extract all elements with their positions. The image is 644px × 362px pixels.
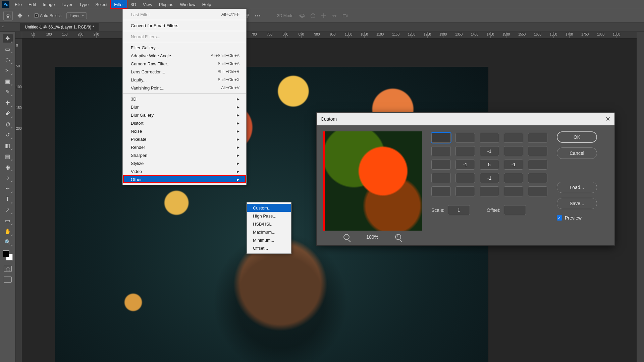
kernel-cell-1-0[interactable] <box>431 146 451 156</box>
menu-plugins[interactable]: Plugins <box>156 0 177 9</box>
menu-select[interactable]: Select <box>92 0 111 9</box>
menuitem-custom-[interactable]: Custom... <box>247 204 291 212</box>
screenmode-icon[interactable] <box>4 277 12 283</box>
menuitem-filter-gallery-[interactable]: Filter Gallery... <box>123 44 246 52</box>
slide-icon[interactable] <box>331 13 337 19</box>
blur-tool[interactable]: ◉ <box>3 163 13 171</box>
kernel-cell-2-4[interactable] <box>528 160 547 170</box>
color-swatch[interactable] <box>3 250 13 260</box>
dodge-tool[interactable]: ☼ <box>3 173 13 182</box>
kernel-cell-0-1[interactable] <box>455 133 475 143</box>
kernel-cell-1-1[interactable] <box>455 146 475 156</box>
zoom-tool[interactable]: 🔍 <box>3 238 13 246</box>
shape-tool[interactable]: ▭ <box>3 216 13 225</box>
menuitem-blur[interactable]: Blur▶ <box>123 103 246 111</box>
zoom-out-icon[interactable] <box>343 234 350 240</box>
ok-button[interactable]: OK <box>557 131 597 143</box>
kernel-cell-0-2[interactable] <box>480 133 499 143</box>
kernel-cell-0-4[interactable] <box>528 133 547 143</box>
quickmask-icon[interactable] <box>4 266 12 272</box>
menuitem-3d[interactable]: 3D▶ <box>123 95 246 103</box>
menuitem-noise[interactable]: Noise▶ <box>123 127 246 135</box>
menuitem-convert-for-smart-filters[interactable]: Convert for Smart Filters <box>123 21 246 29</box>
marquee-tool[interactable]: ▭ <box>3 45 13 53</box>
menuitem-maximum-[interactable]: Maximum... <box>247 228 291 236</box>
menuitem-minimum-[interactable]: Minimum... <box>247 236 291 244</box>
menu-type[interactable]: Type <box>76 0 92 9</box>
menu-window[interactable]: Window <box>176 0 199 9</box>
menuitem-pixelate[interactable]: Pixelate▶ <box>123 135 246 143</box>
dialog-titlebar[interactable]: Custom ✕ <box>317 113 614 125</box>
hand-tool[interactable]: ✋ <box>3 227 13 236</box>
menuitem-sharpen[interactable]: Sharpen▶ <box>123 151 246 159</box>
kernel-cell-1-2[interactable]: -1 <box>480 146 499 156</box>
menuitem-camera-raw-filter-[interactable]: Camera Raw Filter...Shift+Ctrl+A <box>123 60 246 68</box>
orbit-icon[interactable] <box>299 13 305 19</box>
load-button[interactable]: Load... <box>557 182 597 193</box>
menuitem-liquify-[interactable]: Liquify...Shift+Ctrl+X <box>123 76 246 84</box>
pan-icon[interactable] <box>321 13 327 19</box>
menu-image[interactable]: Image <box>39 0 58 9</box>
panel-toggle-icon[interactable]: ›› <box>2 24 4 28</box>
lasso-tool[interactable]: ◌ <box>3 55 13 64</box>
preview-toggle[interactable]: ✓ Preview <box>557 215 597 221</box>
menuitem-distort[interactable]: Distort▶ <box>123 119 246 127</box>
kernel-cell-4-2[interactable] <box>480 186 499 196</box>
menuitem-hsb-hsl[interactable]: HSB/HSL <box>247 220 291 228</box>
history-tool[interactable]: ↺ <box>3 130 13 139</box>
menu-layer[interactable]: Layer <box>58 0 76 9</box>
filter-preview-image[interactable] <box>323 131 422 231</box>
stamp-tool[interactable]: ⌬ <box>3 120 13 128</box>
gradient-tool[interactable]: ▤ <box>3 152 13 161</box>
crop-tool[interactable]: ✂ <box>3 66 13 75</box>
kernel-cell-2-2[interactable]: 5 <box>480 160 499 170</box>
kernel-cell-3-1[interactable] <box>455 173 475 183</box>
kernel-cell-2-3[interactable]: -1 <box>504 160 523 170</box>
kernel-cell-3-0[interactable] <box>431 173 451 183</box>
kernel-cell-0-3[interactable] <box>504 133 523 143</box>
document-tab[interactable]: Untitled-1 @ 66.1% (Layer 1, RGB/8) * <box>20 23 99 31</box>
auto-select-target-dropdown[interactable]: Layer▾ <box>66 12 87 19</box>
menuitem-render[interactable]: Render▶ <box>123 143 246 151</box>
kernel-cell-3-4[interactable] <box>528 173 547 183</box>
pen-tool[interactable]: ✒ <box>3 184 13 193</box>
zoom-in-icon[interactable] <box>395 234 401 240</box>
type-tool[interactable]: T <box>3 195 13 203</box>
menuitem-high-pass-[interactable]: High Pass... <box>247 212 291 220</box>
move-tool[interactable]: ✥ <box>3 34 13 43</box>
scale-input[interactable]: 1 <box>448 205 470 215</box>
kernel-cell-1-3[interactable] <box>504 146 523 156</box>
menuitem-lens-correction-[interactable]: Lens Correction...Shift+Ctrl+R <box>123 68 246 76</box>
cancel-button[interactable]: Cancel <box>557 147 597 159</box>
menu-file[interactable]: File <box>11 0 25 9</box>
kernel-cell-4-0[interactable] <box>431 186 451 196</box>
close-icon[interactable]: ✕ <box>605 115 610 123</box>
eraser-tool[interactable]: ◧ <box>3 141 13 150</box>
kernel-cell-3-2[interactable]: -1 <box>480 173 499 183</box>
menu-filter[interactable]: Filter <box>111 0 127 9</box>
menuitem-vanishing-point-[interactable]: Vanishing Point...Alt+Ctrl+V <box>123 84 246 92</box>
kernel-cell-4-3[interactable] <box>504 186 523 196</box>
heal-tool[interactable]: ✚ <box>3 98 13 107</box>
camera-icon[interactable] <box>342 13 348 19</box>
kernel-cell-4-4[interactable] <box>528 186 547 196</box>
menu-help[interactable]: Help <box>199 0 215 9</box>
offset-input[interactable] <box>504 205 526 215</box>
preview-checkbox[interactable]: ✓ <box>557 215 562 221</box>
menu-edit[interactable]: Edit <box>25 0 39 9</box>
brush-tool[interactable]: 🖌 <box>3 109 13 118</box>
home-button[interactable] <box>3 11 13 20</box>
ruler-horizontal[interactable]: 0501001502002505506006507007508008509009… <box>15 32 637 39</box>
menuitem-video[interactable]: Video▶ <box>123 167 246 175</box>
menuitem-adaptive-wide-angle-[interactable]: Adaptive Wide Angle...Alt+Shift+Ctrl+A <box>123 52 246 60</box>
roll-icon[interactable] <box>310 13 316 19</box>
kernel-cell-2-0[interactable] <box>431 160 451 170</box>
menuitem-other[interactable]: Other▶ <box>123 175 246 183</box>
menuitem-offset-[interactable]: Offset... <box>247 244 291 252</box>
path-tool[interactable]: ↗ <box>3 205 13 214</box>
menuitem-blur-gallery[interactable]: Blur Gallery▶ <box>123 111 246 119</box>
save-button[interactable]: Save... <box>557 198 597 209</box>
frame-tool[interactable]: ▣ <box>3 77 13 85</box>
ruler-origin[interactable] <box>15 32 22 39</box>
more-options-icon[interactable]: ••• <box>255 13 261 18</box>
